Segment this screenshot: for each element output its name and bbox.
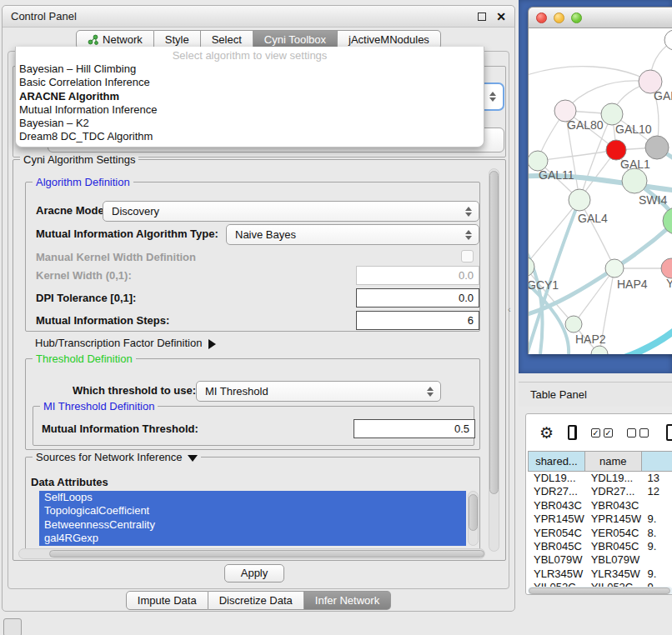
node[interactable]	[569, 189, 590, 211]
node[interactable]	[605, 259, 624, 278]
cell[interactable]	[641, 553, 672, 567]
cell[interactable]: 9.	[641, 540, 672, 553]
popup-item-basic-correlation[interactable]: Basic Correlation Inference	[16, 76, 484, 89]
cell[interactable]: YBR043C	[585, 499, 642, 512]
cell[interactable]: YBL079W	[528, 553, 585, 567]
select-all-columns-icon[interactable]: ✓✓	[591, 428, 613, 438]
mi-threshold-label: Mutual Information Threshold:	[42, 422, 198, 435]
table-row[interactable]: YER054C YER054C 8.	[528, 527, 672, 540]
manual-kernel-label: Manual Kernel Width Definition	[36, 251, 196, 263]
collapse-down-icon[interactable]	[188, 455, 198, 462]
control-panel-titlebar: Control Panel ✕	[3, 6, 514, 28]
cell[interactable]: YDL19...	[528, 472, 585, 485]
list-item[interactable]: TopologicalCoefficient	[39, 504, 466, 518]
document-icon[interactable]	[666, 424, 672, 441]
settings-vertical-scrollbar-thumb[interactable]	[489, 171, 499, 494]
popup-item-bayesian-k2[interactable]: Bayesian – K2	[16, 117, 484, 130]
table-row[interactable]: YBL079W YBL079W	[528, 553, 672, 567]
table-row[interactable]: YBR045C YBR045C 9.	[528, 540, 672, 553]
table-row[interactable]: YPR145W YPR145W 9.	[528, 512, 672, 526]
float-icon[interactable]	[478, 12, 486, 21]
mi-type-combobox[interactable]: Naive Bayes	[226, 224, 479, 245]
cell[interactable]: YBR043C	[528, 499, 585, 512]
aracne-mode-combobox[interactable]: Discovery	[103, 201, 479, 222]
cell[interactable]: 9.	[641, 512, 672, 526]
tab-impute-data[interactable]: Impute Data	[126, 591, 208, 610]
node[interactable]	[622, 168, 647, 193]
dpi-tolerance-field[interactable]: 0.0	[356, 288, 479, 308]
attributes-list-scrollbar-thumb[interactable]	[469, 494, 478, 531]
kernel-width-field[interactable]: 0.0	[356, 266, 479, 285]
zoom-traffic-light-icon[interactable]	[571, 12, 582, 23]
combobox-stepper-icon	[489, 92, 496, 102]
cell[interactable]: 13	[641, 472, 672, 485]
popup-item-dream8[interactable]: Dream8 DC_TDC Algorithm	[16, 130, 484, 143]
collapsed-panel-button[interactable]	[3, 618, 22, 635]
list-item[interactable]: BetweennessCentrality	[39, 518, 466, 532]
network-canvas[interactable]: GAL GAL80 GAL10 GAL1 GAL11 SWI4 GAL4 GCY…	[528, 28, 672, 354]
table-row[interactable]: YDL19... YDL19... 13	[528, 472, 672, 485]
columns-icon[interactable]	[568, 425, 577, 440]
tab-discretize-data[interactable]: Discretize Data	[208, 591, 304, 610]
deselect-all-columns-icon[interactable]	[627, 428, 649, 438]
column-header-name[interactable]: name	[585, 451, 642, 472]
expand-right-icon[interactable]	[208, 339, 216, 349]
apply-button[interactable]: Apply	[224, 564, 284, 582]
attributes-list-scrollbar[interactable]	[468, 491, 479, 546]
settings-horizontal-scrollbar[interactable]	[18, 548, 485, 559]
close-traffic-light-icon[interactable]	[536, 12, 547, 23]
minimize-traffic-light-icon[interactable]	[554, 12, 564, 23]
settings-vertical-scrollbar[interactable]	[489, 168, 499, 552]
table-row[interactable]: YDR27... YDR27... 12	[528, 485, 672, 498]
splitter-handle[interactable]: ‹	[508, 304, 511, 314]
popup-item-mutual-information[interactable]: Mutual Information Inference	[16, 103, 484, 117]
gear-icon[interactable]: ⚙	[539, 425, 554, 441]
table-horizontal-scrollbar[interactable]	[528, 587, 672, 595]
cell[interactable]: YBL079W	[585, 553, 642, 567]
cell[interactable]: YPR145W	[585, 512, 642, 526]
node[interactable]	[565, 316, 582, 332]
tab-select-label: Select	[212, 33, 242, 46]
aracne-mode-label: Aracne Mode:	[36, 204, 108, 217]
node[interactable]	[645, 136, 669, 159]
cell[interactable]: YLR345W	[585, 568, 642, 581]
which-threshold-combobox[interactable]: MI Threshold	[196, 381, 441, 402]
popup-item-bayesian-hill-climbing[interactable]: Bayesian – Hill Climbing	[16, 62, 484, 76]
hub-definition-toggle[interactable]: Hub/Transcription Factor Definition	[35, 337, 216, 349]
cell[interactable]: YBR045C	[528, 540, 585, 553]
which-threshold-label: Which threshold to use:	[73, 384, 196, 397]
settings-horizontal-scrollbar-thumb[interactable]	[49, 550, 484, 558]
cell[interactable]: YDR27...	[585, 485, 642, 498]
cell[interactable]: YDR27...	[528, 485, 585, 498]
cell[interactable]: YLR345W	[528, 568, 585, 581]
table-row[interactable]: YBR043C YBR043C	[528, 499, 672, 512]
cell[interactable]: 12	[641, 485, 672, 498]
tab-infer-network[interactable]: Infer Network	[304, 591, 391, 610]
cell[interactable]: 9.	[641, 568, 672, 581]
data-attributes-list[interactable]: SelfLoops TopologicalCoefficient Between…	[39, 491, 466, 546]
table-row[interactable]: YLR345W YLR345W 9.	[528, 568, 672, 581]
sources-group-title[interactable]: Sources for Network Inference	[33, 451, 201, 463]
close-icon[interactable]: ✕	[496, 12, 506, 21]
cell[interactable]: YDL19...	[585, 472, 642, 485]
mi-threshold-field[interactable]: 0.5	[354, 419, 475, 438]
list-item[interactable]: SelfLoops	[39, 491, 466, 504]
node-label: GAL10	[615, 122, 652, 136]
table-horizontal-scrollbar-thumb[interactable]	[529, 588, 670, 594]
cell[interactable]	[641, 499, 672, 512]
screen: Control Panel ✕ Network Style Select	[0, 0, 672, 635]
node-label: SWI4	[639, 193, 667, 207]
cell[interactable]: YBR045C	[585, 540, 642, 553]
cell[interactable]: 8.	[641, 527, 672, 540]
cell[interactable]: YER054C	[528, 527, 585, 540]
column-header-shared-name[interactable]: shared...	[528, 451, 585, 472]
list-item[interactable]: gal4RGexp	[39, 532, 466, 545]
cell[interactable]: YER054C	[585, 527, 642, 540]
cell[interactable]: YPR145W	[528, 512, 585, 526]
mi-steps-field[interactable]: 6	[356, 311, 479, 330]
network-window-titlebar[interactable]	[528, 7, 672, 28]
node[interactable]	[661, 258, 672, 278]
popup-item-aracne[interactable]: ARACNE Algorithm	[16, 90, 484, 103]
manual-kernel-checkbox[interactable]	[461, 250, 474, 262]
column-header-partial[interactable]	[642, 451, 672, 472]
